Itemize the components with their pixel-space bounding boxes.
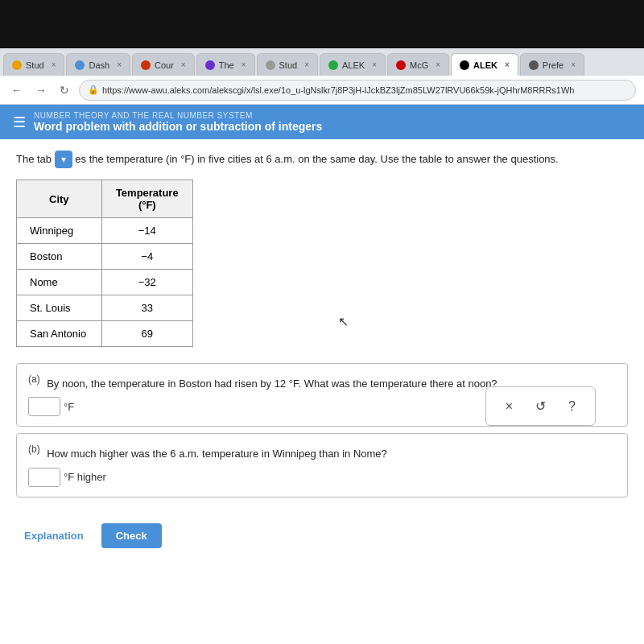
url-bar[interactable]: 🔒 https://www-awu.aleks.com/alekscgi/x/l… <box>79 80 636 101</box>
tab-alek-1[interactable]: ALEK × <box>320 53 386 76</box>
tab-mcg[interactable]: McG × <box>387 53 449 76</box>
intro-part1: The tab <box>16 153 52 165</box>
city-boston: Boston <box>17 244 102 270</box>
tab-the[interactable]: The × <box>196 53 255 76</box>
tab-icon-stud-2 <box>266 60 275 70</box>
tab-icon-cour <box>141 60 151 70</box>
temp-winnipeg: −14 <box>101 218 192 244</box>
aleks-subtitle: NUMBER THEORY AND THE REAL NUMBER SYSTEM <box>34 111 322 120</box>
intro-part2: es the temperature (in °F) in five citie… <box>75 153 558 165</box>
tab-close-mcg[interactable]: × <box>436 60 440 69</box>
undo-side-button[interactable]: ↺ <box>529 395 552 417</box>
question-b-input[interactable] <box>28 468 60 487</box>
question-b-box: (b) How much higher was the 6 a.m. tempe… <box>16 433 628 497</box>
tab-label-dash: Dash <box>89 60 109 70</box>
question-a-input[interactable] <box>28 397 60 416</box>
aleks-header-text: NUMBER THEORY AND THE REAL NUMBER SYSTEM… <box>34 111 322 133</box>
help-side-button[interactable]: ? <box>562 396 582 417</box>
tab-label-mcg: McG <box>410 60 428 70</box>
table-header-city: City <box>17 180 102 218</box>
tab-stud-1[interactable]: Stud × <box>3 53 64 76</box>
temp-stlouis: 33 <box>101 295 192 321</box>
question-a-unit: °F <box>64 401 74 413</box>
lock-icon: 🔒 <box>88 85 99 95</box>
aleks-title: Word problem with addition or subtractio… <box>34 120 322 133</box>
url-text: https://www-awu.aleks.com/alekscgi/x/lsl… <box>102 85 574 95</box>
table-row-winnipeg: Winnipeg −14 <box>17 218 193 244</box>
question-b-answer-field: °F higher <box>28 468 616 487</box>
city-stlouis: St. Louis <box>17 295 102 321</box>
intro-dropdown[interactable]: ▾ <box>55 151 72 168</box>
tab-label-cour: Cour <box>155 60 174 70</box>
content-area: ☰ NUMBER THEORY AND THE REAL NUMBER SYST… <box>0 105 644 644</box>
city-sanantonio: San Antonio <box>17 321 102 347</box>
table-header-row: City Temperature(°F) <box>17 180 193 218</box>
tab-close-cour[interactable]: × <box>181 60 186 69</box>
tab-label-stud-1: Stud <box>26 60 44 70</box>
tab-label-pref: Prefe <box>543 60 564 70</box>
browser-window: Stud × Dash × Cour × The × Stud × ALEK × <box>0 48 644 644</box>
temp-nome: −32 <box>101 270 192 295</box>
refresh-button[interactable]: ↻ <box>56 82 72 98</box>
aleks-header: ☰ NUMBER THEORY AND THE REAL NUMBER SYST… <box>0 105 644 139</box>
question-b-label: (b) <box>28 444 40 455</box>
explanation-button[interactable]: Explanation <box>16 525 92 547</box>
tab-close-alek-active[interactable]: × <box>505 60 510 69</box>
tab-close-pref[interactable]: × <box>571 60 576 69</box>
screen-bezel <box>0 0 644 48</box>
table-row-stlouis: St. Louis 33 <box>17 295 193 321</box>
question-b-unit: °F higher <box>64 471 106 483</box>
tab-alek-active[interactable]: ALEK × <box>451 53 518 76</box>
tab-label-alek-1: ALEK <box>342 60 365 70</box>
hamburger-icon[interactable]: ☰ <box>13 114 26 131</box>
city-nome: Nome <box>17 270 102 295</box>
problem-area: The tab ▾ es the temperature (in °F) in … <box>0 139 644 515</box>
problem-intro: The tab ▾ es the temperature (in °F) in … <box>16 151 628 168</box>
tab-icon-mcg <box>396 60 406 70</box>
tab-label-the: The <box>219 60 234 70</box>
tab-icon-dash <box>75 60 85 70</box>
tab-label-alek-active: ALEK <box>473 60 497 70</box>
temperature-table: City Temperature(°F) Winnipeg −14 Boston… <box>16 180 193 347</box>
tab-label-stud-2: Stud <box>279 60 298 70</box>
tab-close-dash[interactable]: × <box>117 60 122 69</box>
check-button[interactable]: Check <box>101 523 162 548</box>
footer-buttons: Explanation Check <box>0 515 644 556</box>
tab-stud-2[interactable]: Stud × <box>257 53 318 76</box>
back-button[interactable]: ← <box>8 82 26 98</box>
tab-close-the[interactable]: × <box>242 60 246 69</box>
tab-close-stud-1[interactable]: × <box>52 60 56 69</box>
question-b-text: How much higher was the 6 a.m. temperatu… <box>47 448 387 460</box>
table-row-nome: Nome −32 <box>17 270 193 295</box>
side-panel: × ↺ ? <box>485 386 596 426</box>
tab-close-alek-1[interactable]: × <box>372 60 377 69</box>
tab-icon-alek-1 <box>328 60 338 70</box>
table-row-sanantonio: San Antonio 69 <box>17 321 193 347</box>
question-a-label: (a) <box>28 374 40 385</box>
city-winnipeg: Winnipeg <box>17 218 102 244</box>
close-side-button[interactable]: × <box>499 396 519 417</box>
question-a-text: By noon, the temperature in Boston had r… <box>47 378 497 390</box>
tab-icon-stud-1 <box>12 60 22 70</box>
tab-cour[interactable]: Cour × <box>132 53 195 76</box>
table-row-boston: Boston −4 <box>17 244 193 270</box>
tab-pref[interactable]: Prefe × <box>520 53 584 76</box>
temp-boston: −4 <box>101 244 192 270</box>
tab-icon-pref <box>529 60 539 70</box>
forward-button[interactable]: → <box>32 82 50 98</box>
table-header-temp: Temperature(°F) <box>101 180 192 218</box>
tab-dash[interactable]: Dash × <box>66 53 130 76</box>
temp-sanantonio: 69 <box>101 321 192 347</box>
address-bar: ← → ↻ 🔒 https://www-awu.aleks.com/aleksc… <box>0 76 644 105</box>
tab-close-stud-2[interactable]: × <box>304 60 309 69</box>
tab-icon-the <box>205 60 215 70</box>
tab-icon-alek-active <box>460 60 469 70</box>
tab-bar: Stud × Dash × Cour × The × Stud × ALEK × <box>0 48 644 76</box>
